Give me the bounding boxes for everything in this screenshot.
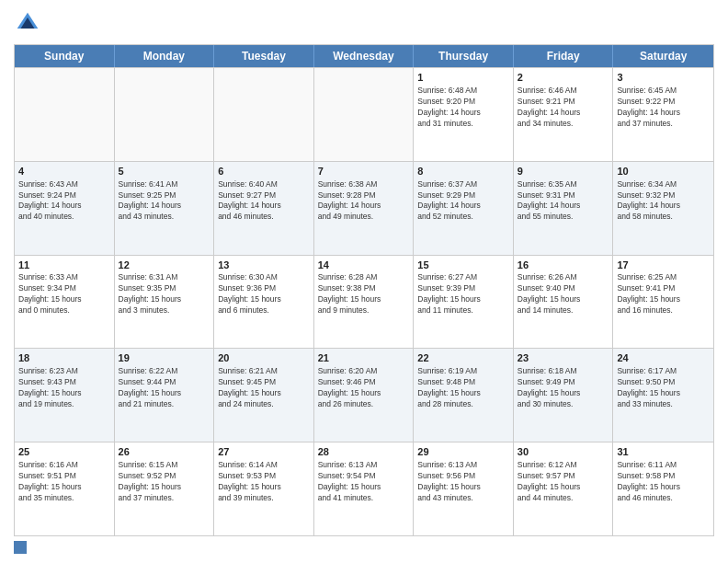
cell-info: Sunrise: 6:11 AM Sunset: 9:58 PM Dayligh… xyxy=(617,460,710,504)
calendar-row-3: 11Sunrise: 6:33 AM Sunset: 9:34 PM Dayli… xyxy=(15,255,713,349)
day-number: 11 xyxy=(18,259,110,272)
cell-info: Sunrise: 6:12 AM Sunset: 9:57 PM Dayligh… xyxy=(518,460,609,504)
day-number: 10 xyxy=(617,165,710,178)
day-cell-2: 2Sunrise: 6:46 AM Sunset: 9:21 PM Daylig… xyxy=(514,68,614,161)
empty-cell xyxy=(214,68,314,161)
day-number: 25 xyxy=(18,445,110,459)
day-cell-29: 29Sunrise: 6:13 AM Sunset: 9:56 PM Dayli… xyxy=(414,442,514,535)
cell-info: Sunrise: 6:35 AM Sunset: 9:31 PM Dayligh… xyxy=(518,179,609,224)
cell-info: Sunrise: 6:33 AM Sunset: 9:34 PM Dayligh… xyxy=(18,272,110,316)
day-cell-17: 17Sunrise: 6:25 AM Sunset: 9:41 PM Dayli… xyxy=(613,256,713,349)
weekday-header-wednesday: Wednesday xyxy=(314,45,415,67)
weekday-header-thursday: Thursday xyxy=(414,45,514,67)
weekday-header-tuesday: Tuesday xyxy=(214,45,314,67)
day-cell-30: 30Sunrise: 6:12 AM Sunset: 9:57 PM Dayli… xyxy=(514,442,614,535)
cell-info: Sunrise: 6:38 AM Sunset: 9:28 PM Dayligh… xyxy=(318,179,410,224)
calendar-row-1: 1Sunrise: 6:48 AM Sunset: 9:20 PM Daylig… xyxy=(15,67,713,161)
cell-info: Sunrise: 6:41 AM Sunset: 9:25 PM Dayligh… xyxy=(119,179,210,224)
day-number: 31 xyxy=(617,445,710,459)
day-number: 28 xyxy=(318,445,410,459)
day-number: 18 xyxy=(18,351,110,365)
day-cell-31: 31Sunrise: 6:11 AM Sunset: 9:58 PM Dayli… xyxy=(613,442,713,535)
day-cell-27: 27Sunrise: 6:14 AM Sunset: 9:53 PM Dayli… xyxy=(214,442,314,535)
day-cell-3: 3Sunrise: 6:45 AM Sunset: 9:22 PM Daylig… xyxy=(613,68,713,161)
day-number: 29 xyxy=(417,445,509,459)
day-number: 1 xyxy=(417,71,509,85)
cell-info: Sunrise: 6:15 AM Sunset: 9:52 PM Dayligh… xyxy=(119,460,210,504)
day-number: 9 xyxy=(518,165,609,178)
cell-info: Sunrise: 6:25 AM Sunset: 9:41 PM Dayligh… xyxy=(617,272,710,316)
day-number: 14 xyxy=(318,259,410,272)
day-cell-26: 26Sunrise: 6:15 AM Sunset: 9:52 PM Dayli… xyxy=(115,442,215,535)
cell-info: Sunrise: 6:18 AM Sunset: 9:49 PM Dayligh… xyxy=(518,366,609,410)
weekday-header-sunday: Sunday xyxy=(15,45,115,67)
day-cell-5: 5Sunrise: 6:41 AM Sunset: 9:25 PM Daylig… xyxy=(115,162,215,255)
day-cell-4: 4Sunrise: 6:43 AM Sunset: 9:24 PM Daylig… xyxy=(15,162,115,255)
calendar-row-4: 18Sunrise: 6:23 AM Sunset: 9:43 PM Dayli… xyxy=(15,348,713,442)
day-number: 3 xyxy=(617,71,710,85)
cell-info: Sunrise: 6:20 AM Sunset: 9:46 PM Dayligh… xyxy=(318,366,410,410)
day-number: 12 xyxy=(119,259,210,272)
day-number: 21 xyxy=(318,351,410,365)
cell-info: Sunrise: 6:34 AM Sunset: 9:32 PM Dayligh… xyxy=(617,179,710,224)
weekday-header-monday: Monday xyxy=(115,45,215,67)
day-cell-19: 19Sunrise: 6:22 AM Sunset: 9:44 PM Dayli… xyxy=(115,349,215,442)
day-cell-24: 24Sunrise: 6:17 AM Sunset: 9:50 PM Dayli… xyxy=(613,349,713,442)
day-cell-12: 12Sunrise: 6:31 AM Sunset: 9:35 PM Dayli… xyxy=(115,256,215,349)
cell-info: Sunrise: 6:23 AM Sunset: 9:43 PM Dayligh… xyxy=(18,366,110,410)
cell-info: Sunrise: 6:43 AM Sunset: 9:24 PM Dayligh… xyxy=(18,179,110,224)
cell-info: Sunrise: 6:48 AM Sunset: 9:20 PM Dayligh… xyxy=(417,86,509,130)
day-number: 16 xyxy=(518,259,609,272)
calendar-row-5: 25Sunrise: 6:16 AM Sunset: 9:51 PM Dayli… xyxy=(15,442,713,535)
page: SundayMondayTuesdayWednesdayThursdayFrid… xyxy=(0,0,728,563)
cell-info: Sunrise: 6:16 AM Sunset: 9:51 PM Dayligh… xyxy=(18,460,110,504)
day-number: 7 xyxy=(318,165,410,178)
day-cell-21: 21Sunrise: 6:20 AM Sunset: 9:46 PM Dayli… xyxy=(314,349,415,442)
cell-info: Sunrise: 6:17 AM Sunset: 9:50 PM Dayligh… xyxy=(617,366,710,410)
cell-info: Sunrise: 6:13 AM Sunset: 9:54 PM Dayligh… xyxy=(318,460,410,504)
day-cell-15: 15Sunrise: 6:27 AM Sunset: 9:39 PM Dayli… xyxy=(414,256,514,349)
cell-info: Sunrise: 6:26 AM Sunset: 9:40 PM Dayligh… xyxy=(518,272,609,316)
day-cell-6: 6Sunrise: 6:40 AM Sunset: 9:27 PM Daylig… xyxy=(214,162,314,255)
cell-info: Sunrise: 6:28 AM Sunset: 9:38 PM Dayligh… xyxy=(318,272,410,316)
day-number: 2 xyxy=(518,71,609,85)
cell-info: Sunrise: 6:27 AM Sunset: 9:39 PM Dayligh… xyxy=(417,272,509,316)
day-cell-7: 7Sunrise: 6:38 AM Sunset: 9:28 PM Daylig… xyxy=(314,162,415,255)
cell-info: Sunrise: 6:19 AM Sunset: 9:48 PM Dayligh… xyxy=(417,366,509,410)
day-number: 8 xyxy=(417,165,509,178)
day-number: 27 xyxy=(218,445,310,459)
day-cell-8: 8Sunrise: 6:37 AM Sunset: 9:29 PM Daylig… xyxy=(414,162,514,255)
cell-info: Sunrise: 6:30 AM Sunset: 9:36 PM Dayligh… xyxy=(218,272,310,316)
day-cell-28: 28Sunrise: 6:13 AM Sunset: 9:54 PM Dayli… xyxy=(314,442,415,535)
calendar-header: SundayMondayTuesdayWednesdayThursdayFrid… xyxy=(15,45,713,67)
cell-info: Sunrise: 6:37 AM Sunset: 9:29 PM Dayligh… xyxy=(417,179,509,224)
header xyxy=(14,9,714,37)
day-number: 4 xyxy=(18,165,110,178)
day-number: 6 xyxy=(218,165,310,178)
calendar-body: 1Sunrise: 6:48 AM Sunset: 9:20 PM Daylig… xyxy=(15,67,713,535)
day-number: 24 xyxy=(617,351,710,365)
calendar-row-2: 4Sunrise: 6:43 AM Sunset: 9:24 PM Daylig… xyxy=(15,161,713,255)
day-number: 26 xyxy=(119,445,210,459)
day-number: 19 xyxy=(119,351,210,365)
cell-info: Sunrise: 6:14 AM Sunset: 9:53 PM Dayligh… xyxy=(218,460,310,504)
day-cell-14: 14Sunrise: 6:28 AM Sunset: 9:38 PM Dayli… xyxy=(314,256,415,349)
weekday-header-friday: Friday xyxy=(514,45,614,67)
day-number: 13 xyxy=(218,259,310,272)
calendar: SundayMondayTuesdayWednesdayThursdayFrid… xyxy=(14,44,714,536)
day-number: 5 xyxy=(119,165,210,178)
cell-info: Sunrise: 6:40 AM Sunset: 9:27 PM Dayligh… xyxy=(218,179,310,224)
day-number: 23 xyxy=(518,351,609,365)
day-cell-13: 13Sunrise: 6:30 AM Sunset: 9:36 PM Dayli… xyxy=(214,256,314,349)
empty-cell xyxy=(15,68,115,161)
day-cell-16: 16Sunrise: 6:26 AM Sunset: 9:40 PM Dayli… xyxy=(514,256,614,349)
footer xyxy=(14,541,714,554)
cell-info: Sunrise: 6:22 AM Sunset: 9:44 PM Dayligh… xyxy=(119,366,210,410)
day-cell-18: 18Sunrise: 6:23 AM Sunset: 9:43 PM Dayli… xyxy=(15,349,115,442)
empty-cell xyxy=(314,68,415,161)
logo-icon xyxy=(14,9,41,37)
day-cell-10: 10Sunrise: 6:34 AM Sunset: 9:32 PM Dayli… xyxy=(613,162,713,255)
day-number: 22 xyxy=(417,351,509,365)
legend-color-box xyxy=(14,541,27,554)
day-cell-25: 25Sunrise: 6:16 AM Sunset: 9:51 PM Dayli… xyxy=(15,442,115,535)
